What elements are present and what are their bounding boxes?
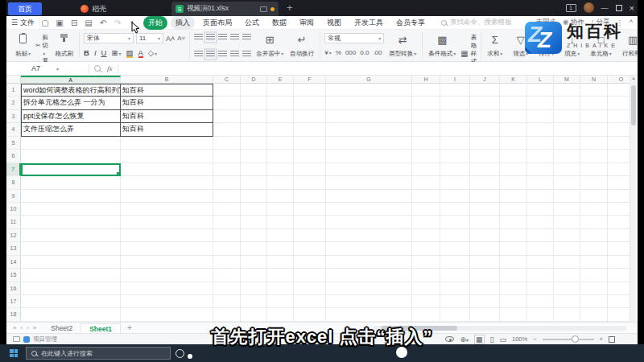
cell-F5[interactable] xyxy=(294,137,326,150)
cell-I11[interactable] xyxy=(440,216,470,228)
wrap-text-button[interactable]: ↵ 自动换行 xyxy=(288,33,316,59)
font-color-button[interactable]: A xyxy=(138,48,142,57)
cell-M8[interactable] xyxy=(554,176,580,189)
cell-I6[interactable] xyxy=(440,150,470,162)
cell-H9[interactable] xyxy=(412,190,440,203)
cell-K10[interactable] xyxy=(500,203,527,216)
cell-C2[interactable] xyxy=(213,97,241,109)
cell-K7[interactable] xyxy=(500,163,527,176)
column-header-L[interactable]: L xyxy=(527,76,554,84)
cell-J2[interactable] xyxy=(470,97,500,109)
cell-N1[interactable] xyxy=(580,84,608,97)
row-header-18[interactable]: 18 xyxy=(6,308,21,321)
cell-I18[interactable] xyxy=(440,308,470,321)
cell-B8[interactable] xyxy=(121,176,213,189)
cell-L7[interactable] xyxy=(527,163,554,176)
cell-B5[interactable] xyxy=(121,137,213,150)
cell-E10[interactable] xyxy=(267,203,294,216)
cell-K11[interactable] xyxy=(500,216,527,228)
cell-G4[interactable] xyxy=(326,123,412,136)
column-header-J[interactable]: J xyxy=(470,76,500,84)
row-header-1[interactable]: 1 xyxy=(6,84,21,97)
cell-H15[interactable] xyxy=(412,269,440,282)
cell-D1[interactable] xyxy=(241,84,267,97)
cell-A9[interactable] xyxy=(21,190,121,203)
cell-C14[interactable] xyxy=(213,256,241,269)
type-convert-button[interactable]: ⇄ 类型转换 xyxy=(387,33,418,59)
cell-N8[interactable] xyxy=(580,176,608,189)
cell-J8[interactable] xyxy=(470,176,500,189)
vertical-scrollbar[interactable]: ▲ xyxy=(630,76,636,322)
cell-E7[interactable] xyxy=(267,163,294,176)
column-header-I[interactable]: I xyxy=(440,76,470,84)
cell-H13[interactable] xyxy=(412,242,440,255)
borders-button[interactable]: ⊞ xyxy=(111,48,121,57)
cell-I2[interactable] xyxy=(440,97,470,109)
align-middle-icon[interactable] xyxy=(206,34,215,41)
menu-tab-视图[interactable]: 视图 xyxy=(322,16,346,30)
cell-D9[interactable] xyxy=(241,190,267,203)
undo-icon[interactable]: ↶ xyxy=(98,19,108,27)
cell-I9[interactable] xyxy=(440,190,470,203)
cell-C8[interactable] xyxy=(213,176,241,189)
cell-L15[interactable] xyxy=(527,269,554,282)
cell-F13[interactable] xyxy=(294,242,326,255)
save-icon[interactable]: ▢ xyxy=(40,19,50,27)
underline-button[interactable]: U xyxy=(101,48,107,57)
cell-D3[interactable] xyxy=(241,110,267,123)
cell-H7[interactable] xyxy=(412,163,440,176)
row-header-17[interactable]: 17 xyxy=(6,295,21,308)
currency-button[interactable]: ¥ xyxy=(324,49,331,56)
cell-B2[interactable]: 知百科 xyxy=(121,97,213,109)
cell-A15[interactable] xyxy=(21,269,121,282)
distribute-icon[interactable] xyxy=(242,51,251,58)
cell-N16[interactable] xyxy=(580,282,608,295)
menu-tab-开发工具[interactable]: 开发工具 xyxy=(349,16,388,30)
cell-C10[interactable] xyxy=(213,203,241,216)
font-name-select[interactable]: 宋体▾ xyxy=(84,33,134,43)
cell-L8[interactable] xyxy=(527,176,554,189)
cell-N4[interactable] xyxy=(580,123,608,136)
cell-E8[interactable] xyxy=(267,176,294,189)
merge-center-button[interactable]: ⊞ 合并居中 xyxy=(254,33,285,59)
cell-E15[interactable] xyxy=(267,269,294,282)
cell-D10[interactable] xyxy=(241,203,267,216)
cell-I8[interactable] xyxy=(440,176,470,189)
cell-J18[interactable] xyxy=(470,308,500,321)
cell-A13[interactable] xyxy=(21,242,121,255)
format-painter-button[interactable]: 格式刷 xyxy=(54,33,76,59)
column-header-M[interactable]: M xyxy=(554,76,580,84)
cell-F7[interactable] xyxy=(294,163,326,176)
cell-E17[interactable] xyxy=(267,295,294,308)
cell-G15[interactable] xyxy=(326,269,412,282)
cell-I5[interactable] xyxy=(440,137,470,150)
menu-tab-会员专享[interactable]: 会员专享 xyxy=(391,16,430,30)
cell-B4[interactable]: 知百科 xyxy=(121,123,213,136)
cell-K2[interactable] xyxy=(500,97,527,109)
cell-C11[interactable] xyxy=(213,216,241,228)
tab-document[interactable]: S 视频演01.xlsx xyxy=(171,2,279,16)
cell-H1[interactable] xyxy=(412,84,440,97)
cell-F6[interactable] xyxy=(294,150,326,162)
cell-A6[interactable] xyxy=(21,150,121,162)
cell-E5[interactable] xyxy=(267,137,294,150)
cell-E13[interactable] xyxy=(267,242,294,255)
cell-J1[interactable] xyxy=(470,84,500,97)
cell-L1[interactable] xyxy=(527,84,554,97)
cell-F18[interactable] xyxy=(294,308,326,321)
cell-B7[interactable] xyxy=(121,163,213,176)
cell-G17[interactable] xyxy=(326,295,412,308)
cell-H18[interactable] xyxy=(412,308,440,321)
cell-L16[interactable] xyxy=(527,282,554,295)
cell-E11[interactable] xyxy=(267,216,294,228)
name-box[interactable]: A7 ▾ xyxy=(6,64,84,72)
scroll-up-icon[interactable]: ▲ xyxy=(630,76,637,80)
cell-I4[interactable] xyxy=(440,123,470,136)
cell-L11[interactable] xyxy=(527,216,554,228)
align-right-icon[interactable] xyxy=(218,51,227,58)
align-left-icon[interactable] xyxy=(194,51,203,58)
cell-D2[interactable] xyxy=(241,97,267,109)
row-header-11[interactable]: 11 xyxy=(6,216,21,228)
cell-G3[interactable] xyxy=(326,110,412,123)
cell-E12[interactable] xyxy=(267,229,294,242)
